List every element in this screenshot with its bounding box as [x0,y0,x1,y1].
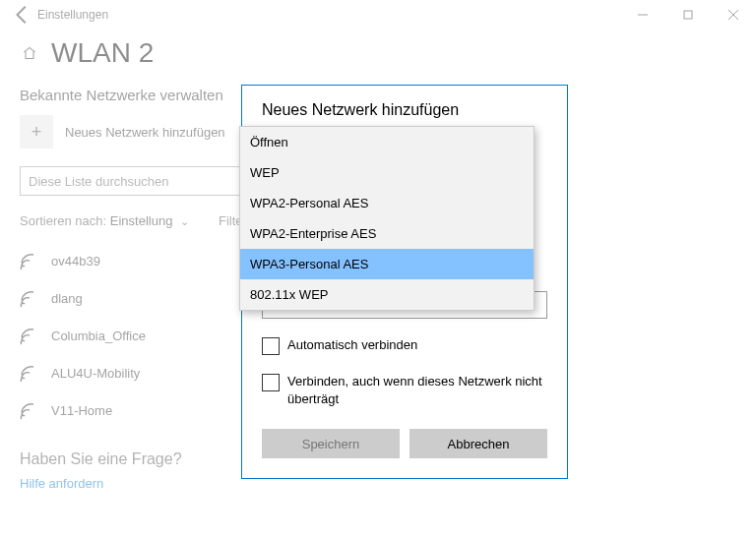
title-bar: Einstellungen [0,0,756,30]
window-controls [620,0,756,30]
search-wrap [20,166,262,196]
sort-prefix: Sortieren nach: [20,213,106,228]
chevron-down-icon: ⌄ [180,215,189,227]
plus-icon: + [20,115,53,149]
wifi-icon [20,251,39,270]
wifi-icon [20,363,39,383]
dialog-title: Neues Netzwerk hinzufügen [262,101,547,129]
dropdown-item[interactable]: WPA2-Enterprise AES [240,218,534,249]
dropdown-item-selected[interactable]: WPA3-Personal AES [240,249,534,279]
svg-rect-1 [684,11,692,19]
network-name: ALU4U-Mobility [51,366,140,381]
dropdown-item[interactable]: WPA2-Personal AES [240,188,534,218]
wifi-icon [20,288,39,308]
security-type-dropdown[interactable]: Öffnen WEP WPA2-Personal AES WPA2-Enterp… [239,126,535,311]
wifi-icon [20,326,39,345]
dropdown-item[interactable]: Öffnen [240,127,534,157]
auto-connect-row[interactable]: Automatisch verbinden [262,336,547,355]
auto-connect-label: Automatisch verbinden [287,336,547,354]
sort-value: Einstellung [110,213,173,228]
dropdown-item[interactable]: WEP [240,157,534,188]
dialog-buttons: Speichern Abbrechen [262,429,547,458]
dropdown-item[interactable]: 802.11x WEP [240,279,534,310]
cancel-button[interactable]: Abbrechen [410,429,547,458]
wifi-icon [20,400,39,420]
page-title: WLAN 2 [51,37,154,69]
save-button[interactable]: Speichern [262,429,400,458]
add-network-label: Neues Netzwerk hinzufügen [65,125,225,140]
home-icon[interactable] [20,43,39,63]
close-button[interactable] [711,0,756,30]
network-name: dlang [51,291,83,306]
search-input[interactable] [20,166,262,196]
checkbox-icon [262,374,280,391]
network-name: ov44b39 [51,254,100,269]
page-header: WLAN 2 [0,30,756,87]
window-title: Einstellungen [33,8,620,22]
connect-hidden-label: Verbinden, auch wenn dieses Netzwerk nic… [287,373,547,407]
network-name: Columbia_Office [51,329,146,343]
back-button[interactable] [12,4,33,26]
maximize-button[interactable] [665,0,711,30]
network-name: V11-Home [51,403,112,418]
minimize-button[interactable] [620,0,665,30]
sort-dropdown[interactable]: Sortieren nach: Einstellung ⌄ [20,213,189,228]
checkbox-icon [262,337,280,355]
connect-hidden-row[interactable]: Verbinden, auch wenn dieses Netzwerk nic… [262,373,547,407]
